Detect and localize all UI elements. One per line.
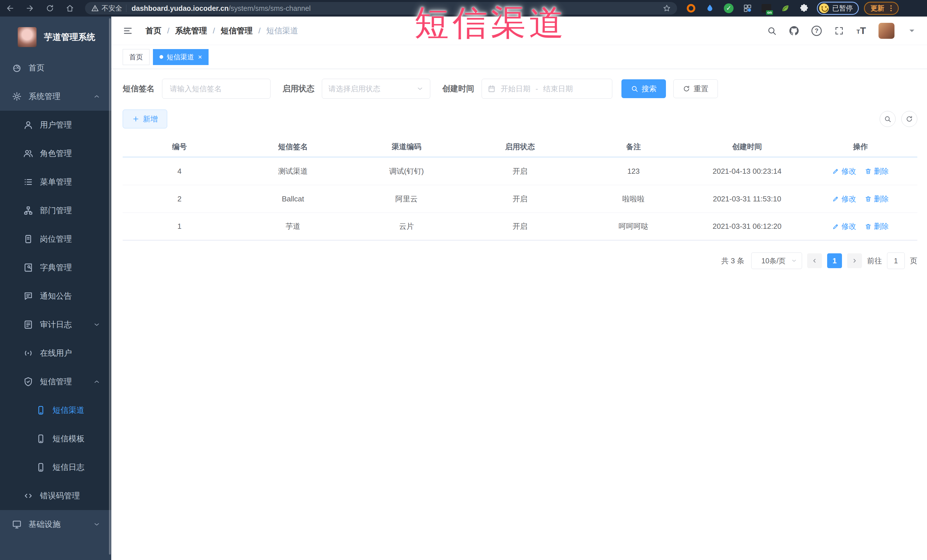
phone-icon (36, 405, 46, 415)
users-icon (23, 149, 33, 158)
status-select[interactable]: 请选择启用状态 (322, 79, 430, 99)
extension-leaf-icon[interactable] (780, 3, 790, 14)
address-bar[interactable]: 不安全 dashboard.yudao.iocoder.cn /system/s… (85, 2, 677, 15)
toggle-search-button[interactable] (880, 111, 896, 127)
tab-sms-channel[interactable]: 短信渠道 × (153, 49, 208, 65)
sidebar-item-menus[interactable]: 菜单管理 (0, 168, 111, 196)
shield-icon (23, 377, 33, 387)
kebab-menu-icon (887, 4, 895, 12)
sidebar-item-roles[interactable]: 角色管理 (0, 139, 111, 168)
breadcrumb-sms[interactable]: 短信管理 (221, 26, 253, 36)
extension-grid-icon[interactable] (742, 3, 753, 14)
tab-home[interactable]: 首页 (123, 49, 149, 65)
sidebar-scrollbar[interactable] (109, 18, 111, 555)
date-separator: - (535, 85, 538, 93)
sidebar-item-sms[interactable]: 短信管理 (0, 367, 111, 396)
bookmark-star-icon[interactable] (663, 4, 671, 12)
table-toolbar: 新增 (123, 109, 917, 128)
dictionary-icon (23, 263, 33, 272)
next-page-button[interactable] (847, 253, 862, 268)
app-logo-row[interactable]: 芋道管理系统 (0, 17, 111, 54)
not-secure-warning-icon (91, 5, 99, 12)
page-number-1[interactable]: 1 (827, 253, 842, 268)
refresh-table-button[interactable] (901, 111, 917, 127)
extensions-puzzle-icon[interactable] (799, 3, 810, 14)
font-size-icon[interactable]: TT (857, 25, 866, 36)
search-icon[interactable] (767, 26, 777, 36)
url-path: /system/sms/sms-channel (228, 4, 311, 12)
browser-nav-buttons (6, 4, 74, 12)
caret-down-icon[interactable] (907, 26, 917, 36)
breadcrumb-home[interactable]: 首页 (146, 26, 161, 36)
prev-page-button[interactable] (807, 253, 822, 268)
active-tab-dot (160, 55, 163, 59)
date-range-picker[interactable]: 开始日期 - 结束日期 (482, 79, 612, 99)
sidebar-item-notice[interactable]: 通知公告 (0, 282, 111, 310)
sidebar-item-departments[interactable]: 部门管理 (0, 196, 111, 225)
sidebar-item-sms-channel[interactable]: 短信渠道 (0, 396, 111, 425)
chevron-down-icon (791, 258, 797, 264)
profile-status-label: 已暂停 (832, 4, 853, 13)
edit-link[interactable]: 修改 (832, 166, 856, 176)
back-icon[interactable] (6, 4, 14, 12)
user-avatar[interactable] (878, 23, 895, 39)
create-time-label: 创建时间 (442, 83, 474, 94)
top-navbar: 首页 / 系统管理 / 短信管理 / 短信渠道 ? TT (111, 17, 927, 45)
github-icon[interactable] (789, 26, 799, 36)
sidebar-item-system[interactable]: 系统管理 (0, 82, 111, 111)
sidebar: 芋道管理系统 首页 系统管理 用户管理 角色管理 (0, 17, 111, 560)
home-icon[interactable] (65, 4, 74, 12)
sidebar-item-audit-log[interactable]: 审计日志 (0, 310, 111, 339)
message-icon (23, 291, 33, 301)
extension-orange-ring-icon[interactable] (685, 3, 696, 14)
browser-update-menu-button[interactable]: 更新 (864, 2, 899, 15)
tab-close-icon[interactable]: × (198, 54, 202, 61)
sidebar-item-dict[interactable]: 字典管理 (0, 253, 111, 282)
start-date-placeholder: 开始日期 (501, 84, 530, 94)
extension-green-check-icon[interactable]: ✓ (723, 3, 734, 14)
url-domain: dashboard.yudao.iocoder.cn (132, 4, 228, 12)
extension-drop-icon[interactable] (704, 3, 715, 14)
reload-icon[interactable] (46, 4, 54, 12)
extension-dark-on-icon[interactable]: on (761, 3, 772, 14)
forward-icon[interactable] (26, 4, 34, 12)
breadcrumb: 首页 / 系统管理 / 短信管理 / 短信渠道 (146, 26, 298, 36)
system-submenu: 用户管理 角色管理 菜单管理 部门管理 岗位管理 (0, 111, 111, 510)
browser-profile-button[interactable]: 已暂停 (817, 2, 859, 15)
page-size-select[interactable]: 10条/页 (751, 252, 802, 269)
sidebar-item-users[interactable]: 用户管理 (0, 111, 111, 139)
goto-label: 前往 (867, 256, 882, 266)
chevron-down-icon (93, 321, 100, 328)
code-icon (23, 491, 33, 501)
table-row: 4 测试渠道 调试(钉钉) 开启 123 2021-04-13 00:23:14… (123, 158, 917, 185)
help-icon[interactable]: ? (812, 26, 822, 36)
update-label: 更新 (871, 4, 884, 13)
hamburger-icon[interactable] (123, 26, 133, 36)
calendar-icon (488, 85, 495, 93)
profile-emoji-avatar (819, 3, 829, 13)
sidebar-item-infrastructure[interactable]: 基础设施 (0, 510, 111, 539)
sidebar-item-home[interactable]: 首页 (0, 54, 111, 82)
sidebar-item-posts[interactable]: 岗位管理 (0, 225, 111, 253)
delete-link[interactable]: 删除 (865, 222, 889, 231)
delete-link[interactable]: 删除 (865, 194, 889, 204)
sidebar-item-sms-log[interactable]: 短信日志 (0, 453, 111, 481)
page-unit-label: 页 (910, 256, 917, 266)
edit-link[interactable]: 修改 (832, 222, 856, 231)
chevron-up-icon (93, 378, 100, 385)
app-logo (18, 27, 36, 47)
goto-page-input[interactable] (887, 252, 905, 269)
sidebar-item-online-users[interactable]: 在线用户 (0, 339, 111, 367)
sidebar-item-error-codes[interactable]: 错误码管理 (0, 481, 111, 510)
edit-link[interactable]: 修改 (832, 194, 856, 204)
reset-button[interactable]: 重置 (673, 79, 718, 98)
breadcrumb-system[interactable]: 系统管理 (175, 26, 207, 36)
delete-link[interactable]: 删除 (865, 166, 889, 176)
breadcrumb-separator: / (167, 26, 169, 35)
signature-input[interactable] (162, 79, 271, 99)
add-button[interactable]: 新增 (123, 109, 167, 128)
search-button[interactable]: 搜索 (622, 79, 666, 98)
fullscreen-icon[interactable] (834, 26, 844, 36)
table-row: 1 芋道 云片 开启 呵呵呵哒 2021-03-31 06:12:20 修改 删… (123, 213, 917, 240)
sidebar-item-sms-template[interactable]: 短信模板 (0, 425, 111, 453)
